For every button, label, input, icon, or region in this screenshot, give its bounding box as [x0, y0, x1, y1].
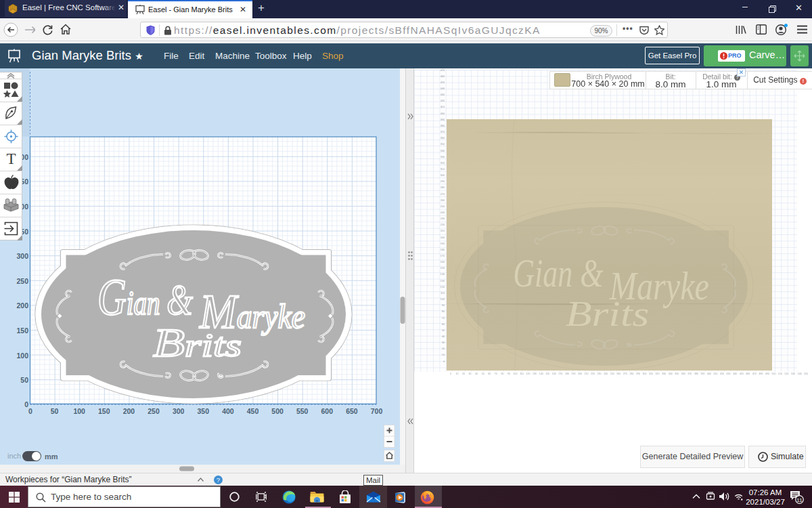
svg-text:220: 220 [591, 373, 595, 375]
svg-text:300: 300 [173, 407, 185, 415]
svg-text:20: 20 [462, 373, 465, 375]
svg-text:160: 160 [441, 261, 445, 263]
svg-text:50: 50 [20, 376, 28, 384]
svg-text:420: 420 [441, 100, 445, 102]
svg-text:260: 260 [616, 373, 621, 375]
svg-text:290: 290 [441, 180, 445, 183]
svg-text:470: 470 [441, 69, 445, 72]
svg-text:11: 11 [796, 497, 803, 503]
svg-text:700: 700 [371, 407, 383, 415]
svg-text:300: 300 [441, 174, 445, 177]
svg-text:150: 150 [16, 326, 28, 335]
svg-text:550: 550 [804, 373, 808, 375]
svg-text:Gian &: Gian & [513, 251, 603, 295]
svg-text:470: 470 [752, 373, 757, 375]
svg-text:100: 100 [73, 407, 85, 415]
svg-text:250: 250 [148, 407, 160, 415]
svg-text:380: 380 [441, 125, 445, 127]
svg-text:310: 310 [441, 168, 445, 171]
svg-text:Brits: Brits [153, 320, 242, 365]
svg-text:250: 250 [16, 277, 28, 285]
svg-text:480: 480 [759, 373, 763, 375]
svg-text:70: 70 [442, 317, 445, 320]
svg-text:460: 460 [441, 75, 445, 78]
svg-text:80: 80 [442, 310, 445, 313]
svg-text:240: 240 [441, 211, 445, 214]
svg-text:340: 340 [669, 373, 673, 375]
svg-text:30: 30 [469, 373, 472, 375]
svg-text:180: 180 [441, 249, 445, 251]
svg-text:330: 330 [662, 373, 666, 375]
svg-text:360: 360 [441, 137, 445, 140]
svg-text:50: 50 [482, 373, 484, 375]
svg-text:210: 210 [441, 230, 445, 232]
svg-text:120: 120 [441, 286, 445, 289]
svg-text:450: 450 [247, 407, 259, 415]
svg-text:350: 350 [675, 373, 679, 375]
svg-text:280: 280 [629, 373, 633, 375]
svg-text:140: 140 [441, 273, 445, 276]
svg-text:140: 140 [539, 373, 543, 375]
svg-text:350: 350 [441, 143, 445, 146]
svg-text:190: 190 [441, 242, 445, 245]
svg-text:230: 230 [597, 373, 602, 375]
svg-text:410: 410 [441, 106, 445, 108]
svg-text:80: 80 [501, 373, 503, 375]
svg-text:120: 120 [526, 373, 531, 375]
svg-text:250: 250 [441, 205, 445, 208]
svg-text:530: 530 [791, 373, 795, 375]
svg-text:370: 370 [441, 131, 445, 133]
svg-text:100: 100 [16, 352, 28, 360]
svg-text:Brits: Brits [566, 294, 650, 333]
svg-text:420: 420 [720, 373, 724, 375]
svg-text:210: 210 [585, 373, 589, 375]
svg-text:540: 540 [798, 373, 802, 375]
svg-text:360: 360 [681, 373, 685, 375]
svg-text:130: 130 [441, 280, 445, 282]
svg-text:320: 320 [441, 162, 445, 165]
svg-text:110: 110 [441, 292, 445, 295]
svg-text:20: 20 [442, 347, 445, 350]
svg-text:150: 150 [98, 407, 110, 415]
svg-text:200: 200 [441, 236, 445, 239]
svg-text:440: 440 [733, 373, 737, 375]
svg-text:inch: inch [7, 452, 21, 460]
svg-text:160: 160 [552, 373, 556, 375]
svg-text:300: 300 [16, 252, 28, 260]
svg-text:60: 60 [488, 373, 491, 375]
svg-text:450: 450 [441, 81, 445, 84]
svg-text:50: 50 [51, 407, 59, 415]
svg-text:?: ? [217, 475, 220, 483]
svg-text:520: 520 [785, 373, 789, 375]
svg-text:260: 260 [441, 199, 445, 202]
svg-text:40: 40 [442, 335, 445, 338]
svg-text:40: 40 [475, 373, 478, 375]
svg-text:410: 410 [714, 373, 718, 375]
svg-text:390: 390 [700, 373, 704, 375]
svg-text:330: 330 [441, 156, 445, 158]
svg-text:100: 100 [441, 298, 445, 301]
svg-text:60: 60 [442, 323, 445, 326]
svg-text:170: 170 [558, 373, 562, 375]
svg-text:30: 30 [442, 341, 445, 344]
svg-text:180: 180 [565, 373, 569, 375]
svg-text:190: 190 [571, 373, 575, 375]
svg-text:150: 150 [545, 373, 549, 375]
svg-text:10: 10 [442, 354, 445, 356]
svg-text:350: 350 [198, 407, 210, 415]
svg-text:240: 240 [604, 373, 608, 375]
svg-text:290: 290 [636, 373, 640, 375]
svg-text:320: 320 [656, 373, 660, 375]
svg-text:400: 400 [222, 407, 234, 415]
svg-text:510: 510 [778, 373, 782, 375]
svg-text:600: 600 [321, 407, 334, 415]
svg-text:460: 460 [746, 373, 750, 375]
svg-text:mm: mm [45, 452, 58, 461]
svg-text:340: 340 [441, 150, 445, 152]
svg-text:650: 650 [346, 407, 358, 415]
svg-text:200: 200 [578, 373, 582, 375]
svg-text:250: 250 [610, 373, 614, 375]
svg-text:300: 300 [643, 373, 647, 375]
svg-text:150: 150 [441, 267, 445, 270]
svg-text:220: 220 [441, 224, 445, 226]
